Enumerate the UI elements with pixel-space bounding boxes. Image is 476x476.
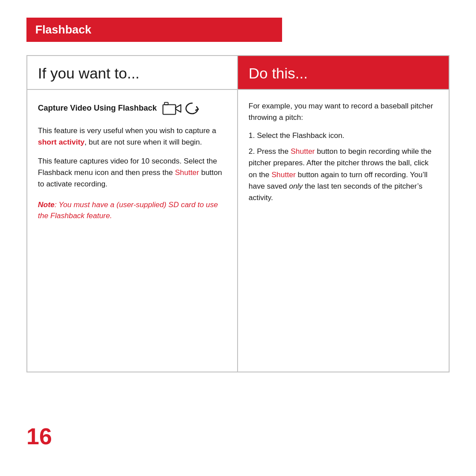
svg-rect-2 [164, 102, 168, 104]
capture-heading-row: Capture Video Using Flashback [38, 100, 227, 116]
loop-icon [184, 100, 200, 116]
header-bar: Flashback [26, 18, 282, 42]
left-column-header: If you want to... [27, 56, 237, 90]
main-table: If you want to... Capture Video Using Fl… [26, 55, 450, 372]
right-column-header: Do this... [238, 56, 449, 90]
left-column-header-title: If you want to... [38, 65, 140, 82]
list-item-2: 2. Press the Shutter button to begin rec… [249, 146, 438, 204]
left-column: If you want to... Capture Video Using Fl… [27, 56, 238, 372]
list-item-1: 1. Select the Flashback icon. [249, 130, 438, 141]
paragraph-1: This feature is very useful when you wis… [38, 125, 227, 149]
example-paragraph: For example, you may want to record a ba… [249, 100, 438, 124]
page-title: Flashback [35, 23, 91, 36]
paragraph-2: This feature captures video for 10 secon… [38, 156, 227, 190]
right-column-header-title: Do this... [249, 65, 308, 82]
svg-marker-1 [175, 105, 181, 112]
left-column-content: Capture Video Using Flashback [27, 90, 237, 372]
right-column-content: For example, you may want to record a ba… [238, 90, 449, 219]
page-number: 16 [26, 423, 52, 450]
icons-area [162, 100, 200, 116]
svg-rect-0 [163, 105, 175, 115]
note-text: Note: You must have a (user-supplied) SD… [38, 199, 227, 222]
instructions-list: 1. Select the Flashback icon. 2. Press t… [249, 130, 438, 204]
camera-icon [162, 101, 182, 116]
right-column: Do this... For example, you may want to … [238, 56, 449, 372]
capture-heading-text: Capture Video Using Flashback [38, 103, 157, 113]
